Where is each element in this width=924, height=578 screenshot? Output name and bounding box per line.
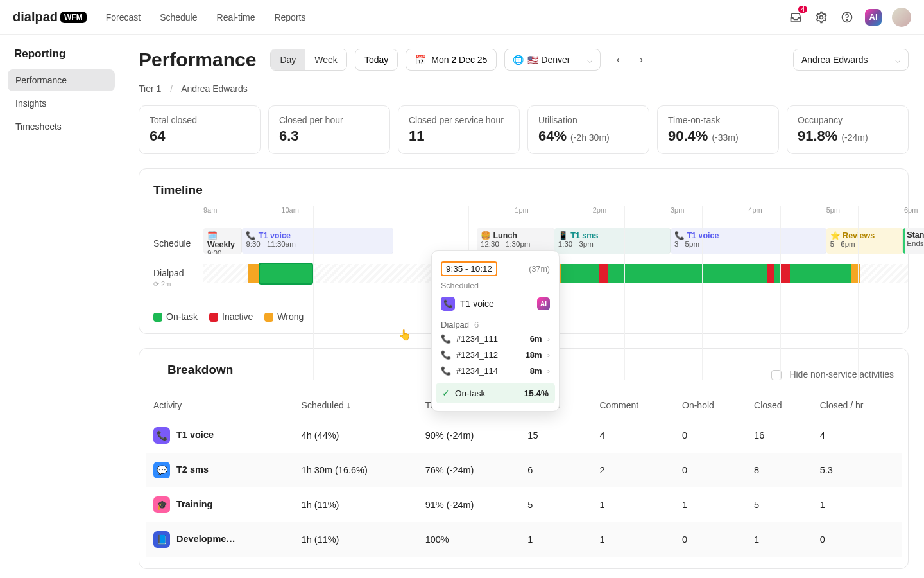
actual-block[interactable] — [561, 264, 599, 283]
table-row[interactable]: 📘Developme… 1h (11%)100%11010 — [146, 522, 902, 557]
hour-label: 4pm — [748, 206, 762, 214]
col-header[interactable]: Comment — [592, 392, 674, 418]
col-header[interactable]: Closed — [746, 392, 812, 418]
view-day[interactable]: Day — [271, 49, 305, 70]
call-id: #1234_114 — [456, 366, 498, 376]
nav-schedule[interactable]: Schedule — [160, 12, 197, 22]
date-value: Mon 2 Dec 25 — [431, 55, 487, 65]
help-icon[interactable] — [839, 10, 855, 25]
phone-icon: 📞 — [441, 297, 455, 311]
actual-block[interactable] — [767, 264, 774, 283]
row-label-schedule: Schedule — [153, 238, 191, 249]
activity-icon: 💬 — [153, 462, 170, 478]
stat-label: Closed per hour — [279, 115, 379, 125]
hour-label: 1pm — [515, 206, 528, 214]
schedule-block[interactable]: 📞 T1 voice3 - 5pm — [671, 228, 826, 254]
hour-label: 2pm — [593, 206, 606, 214]
table-row[interactable]: 💬T2 sms 1h 30m (16.6%)76% (-24m)62085.3 — [146, 453, 902, 487]
activity-icon: 🎓 — [153, 496, 170, 513]
actual-block[interactable] — [599, 264, 608, 283]
brand-name: dialpad — [13, 10, 58, 24]
hour-label: 5pm — [826, 206, 840, 214]
next-button[interactable]: › — [631, 49, 651, 71]
call-dur: 6m — [530, 334, 542, 344]
col-header[interactable]: Scheduled ↓ — [294, 392, 418, 418]
schedule-block[interactable]: 🗓️ Weekly9:00 - 9:30 — [203, 228, 242, 254]
person-picker[interactable]: Andrea Edwards ⌵ — [793, 49, 909, 71]
stat-card: Time-on-task 90.4%(-33m) — [657, 105, 779, 154]
crumb-tier[interactable]: Tier 1 — [139, 83, 161, 94]
sidebar-item-timesheets[interactable]: Timesheets — [8, 116, 115, 137]
timeline-popover: 9:35 - 10:12 (37m) Scheduled 📞 T1 voice … — [431, 250, 560, 412]
hour-label: 10am — [281, 206, 299, 214]
popover-call[interactable]: 📞 #1234_111 6m › — [432, 331, 559, 347]
actual-block[interactable] — [851, 264, 860, 283]
svg-point-0 — [820, 15, 823, 19]
table-row[interactable]: 📞T1 voice 4h (44%)90% (-24m)1540164 — [146, 418, 902, 453]
ai-icon: Ai — [537, 297, 550, 310]
today-button[interactable]: Today — [355, 49, 398, 71]
popover-activity-name: T1 voice — [460, 299, 494, 309]
popover-status: Scheduled — [441, 281, 479, 290]
schedule-block[interactable]: StandardEnds 6pm — [903, 228, 924, 254]
breadcrumb: Tier 1 / Andrea Edwards — [139, 83, 909, 94]
schedule-block[interactable]: 📱 T1 sms1:30 - 3pm — [554, 228, 671, 254]
actual-name: Dialpad — [153, 268, 184, 278]
call-id: #1234_111 — [456, 334, 498, 344]
svg-point-2 — [847, 19, 848, 20]
col-header[interactable]: Activity — [146, 392, 294, 418]
actual-block[interactable] — [259, 263, 314, 285]
popover-dur: (37m) — [529, 265, 550, 274]
popover-call[interactable]: 📞 #1234_114 8m › — [432, 363, 559, 379]
chevrons-icon: ⌵ — [895, 55, 900, 65]
gear-icon[interactable] — [814, 10, 829, 25]
sidebar-item-insights[interactable]: Insights — [8, 92, 115, 114]
timezone-picker[interactable]: 🌐🇺🇸 Denver ⌵ — [504, 49, 601, 71]
phone-icon: 📞 — [441, 350, 451, 360]
popover-ontask: ✓ On-task 15.4% — [436, 383, 555, 403]
stats-row: Total closed 64 Closed per hour 6.3 Clos… — [139, 105, 909, 154]
hour-label: 6pm — [904, 206, 918, 214]
actual-block[interactable] — [781, 264, 789, 283]
stat-label: Occupancy — [798, 115, 898, 125]
call-dur: 18m — [526, 350, 542, 360]
legend-item: Inactive — [209, 311, 253, 322]
actual-block[interactable] — [608, 264, 681, 283]
chevrons-icon: ⌵ — [587, 55, 592, 65]
nav-reports[interactable]: Reports — [274, 12, 305, 22]
hide-nonservice[interactable]: Hide non-service activities — [771, 369, 894, 380]
legend-item: On-task — [153, 311, 198, 322]
stat-label: Time-on-task — [668, 115, 768, 125]
view-week[interactable]: Week — [305, 49, 346, 70]
table-row[interactable]: 🎓Training 1h (11%)91% (-24m)51151 — [146, 487, 902, 522]
actual-block[interactable] — [248, 264, 258, 283]
nav-realtime[interactable]: Real-time — [217, 12, 255, 22]
topbar: dialpad WFM Forecast Schedule Real-time … — [0, 0, 924, 35]
topbar-right: 4 Ai — [788, 8, 911, 27]
nav-forecast[interactable]: Forecast — [106, 12, 141, 22]
schedule-block[interactable]: ⭐ Reviews5 - 6pm — [826, 228, 903, 254]
activity-icon: 📞 — [153, 427, 170, 444]
popover-call[interactable]: 📞 #1234_112 18m › — [432, 347, 559, 363]
col-header[interactable]: Closed / hr — [812, 392, 902, 418]
page-title: Performance — [139, 49, 256, 71]
schedule-block[interactable]: 🍔 Lunch12:30 - 1:30pm — [477, 228, 554, 254]
inbox-icon[interactable]: 4 — [788, 10, 803, 25]
content: Performance Day Week Today 📅 Mon 2 Dec 2… — [123, 35, 924, 578]
ai-icon[interactable]: Ai — [865, 9, 882, 26]
actual-block[interactable] — [790, 264, 851, 283]
sidebar-item-performance[interactable]: Performance — [8, 69, 115, 91]
schedule-block[interactable]: 📞 T1 voice9:30 - 11:30am — [242, 228, 393, 254]
popover-section-count: 6 — [474, 320, 479, 329]
call-dur: 8m — [530, 366, 542, 376]
col-header[interactable]: On-hold — [674, 392, 746, 418]
date-picker[interactable]: 📅 Mon 2 Dec 25 — [406, 49, 497, 71]
cursor-icon: 👆 — [398, 329, 411, 341]
actual-block[interactable] — [681, 264, 767, 283]
stat-card: Utilisation 64%(-2h 30m) — [527, 105, 649, 154]
check-icon: ✓ — [442, 388, 450, 398]
prev-button[interactable]: ‹ — [608, 49, 628, 71]
view-toggle: Day Week — [270, 49, 346, 71]
hour-label: 3pm — [671, 206, 684, 214]
avatar[interactable] — [892, 8, 911, 27]
